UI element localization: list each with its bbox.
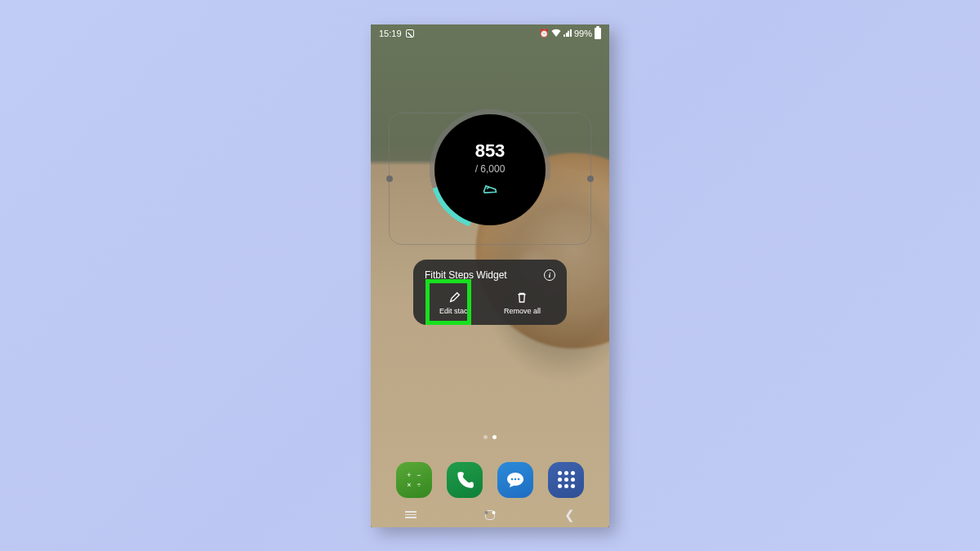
navigation-bar: ❮ bbox=[371, 503, 609, 527]
signal-icon bbox=[564, 29, 572, 37]
wifi-icon bbox=[551, 29, 561, 38]
status-time: 15:19 bbox=[379, 29, 402, 38]
svg-point-1 bbox=[514, 478, 517, 480]
messages-app-icon[interactable] bbox=[497, 462, 533, 498]
remove-all-button[interactable]: Remove all bbox=[499, 289, 546, 317]
widget-face: 853 / 6,000 bbox=[434, 114, 546, 225]
resize-handle-right[interactable] bbox=[587, 176, 594, 182]
steps-goal: / 6,000 bbox=[475, 163, 506, 175]
panel-title: Fitbit Steps Widget bbox=[425, 269, 507, 281]
edit-stack-button[interactable]: Edit stack bbox=[434, 289, 476, 317]
fitbit-steps-widget[interactable]: 853 / 6,000 bbox=[426, 106, 554, 233]
home-page-indicator[interactable] bbox=[483, 435, 497, 439]
steps-current: 853 bbox=[475, 140, 506, 162]
app-drawer-icon[interactable] bbox=[548, 462, 584, 498]
resize-handle-left[interactable] bbox=[386, 176, 393, 182]
shoe-icon bbox=[482, 183, 498, 199]
edit-stack-label: Edit stack bbox=[439, 307, 471, 315]
calculator-app-icon[interactable]: +−×÷ bbox=[396, 462, 432, 498]
phone-screen: 15:19 ⏰ 99% 853 / 6,000 bbox=[371, 24, 609, 527]
status-bar: 15:19 ⏰ 99% bbox=[371, 24, 609, 42]
info-icon[interactable]: i bbox=[544, 269, 555, 281]
battery-percent: 99% bbox=[574, 29, 592, 38]
back-button[interactable]: ❮ bbox=[553, 508, 586, 522]
screenshot-icon bbox=[406, 29, 414, 38]
remove-all-label: Remove all bbox=[504, 307, 541, 315]
widget-options-panel: Fitbit Steps Widget i Edit stack Remove … bbox=[413, 260, 567, 325]
alarm-icon: ⏰ bbox=[539, 29, 549, 38]
widget-stack-pager bbox=[485, 511, 496, 514]
pencil-icon bbox=[448, 291, 461, 304]
trash-icon bbox=[515, 291, 528, 304]
svg-point-2 bbox=[518, 478, 520, 480]
dock: +−×÷ bbox=[371, 462, 609, 498]
battery-icon bbox=[595, 28, 601, 39]
recents-button[interactable] bbox=[394, 511, 427, 518]
phone-app-icon[interactable] bbox=[447, 462, 483, 498]
svg-point-0 bbox=[511, 478, 514, 480]
